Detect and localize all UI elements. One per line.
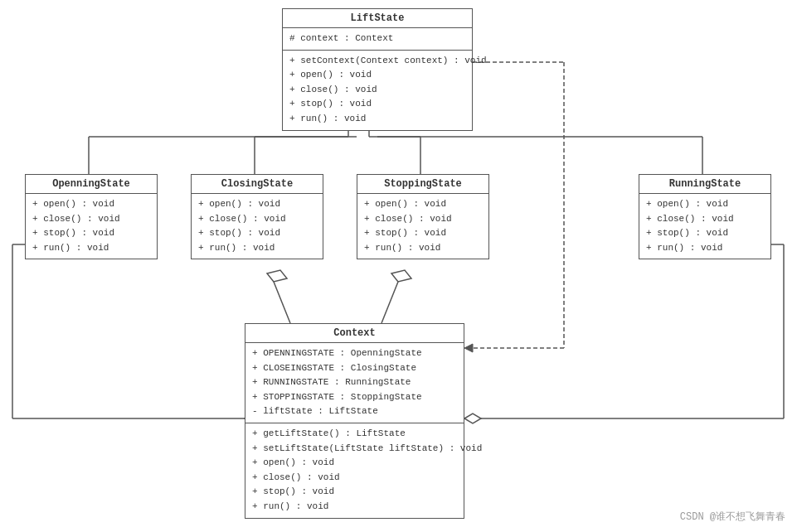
context-field-0: + OPENNINGSTATE : OpenningState (252, 346, 457, 361)
liftstate-method-4: + run() : void (289, 112, 465, 127)
context-field-1: + CLOSEINGSTATE : ClosingState (252, 361, 457, 376)
openningstate-methods: + open() : void + close() : void + stop(… (26, 194, 157, 259)
svg-marker-25 (267, 270, 287, 282)
context-method-4: + stop() : void (252, 485, 457, 500)
context-method-1: + setLiftState(LiftState liftState) : vo… (252, 442, 457, 457)
svg-line-24 (274, 282, 290, 323)
context-field-2: + RUNNINGSTATE : RunningState (252, 375, 457, 390)
openningstate-method-2: + stop() : void (32, 226, 150, 241)
openningstate-method-0: + open() : void (32, 197, 150, 212)
context-method-2: + open() : void (252, 456, 457, 471)
liftstate-method-1: + open() : void (289, 68, 465, 83)
closingstate-method-2: + stop() : void (198, 226, 316, 241)
runningstate-method-3: + run() : void (646, 241, 764, 256)
liftstate-header: LiftState (283, 9, 472, 28)
closingstate-method-3: + run() : void (198, 241, 316, 256)
stoppingstate-class: StoppingState + open() : void + close() … (357, 174, 489, 259)
context-methods: + getLiftState() : LiftState + setLiftSt… (245, 423, 464, 518)
liftstate-method-0: + setContext(Context context) : void (289, 54, 465, 69)
svg-marker-15 (464, 344, 473, 352)
closingstate-header: ClosingState (192, 175, 323, 194)
context-method-0: + getLiftState() : LiftState (252, 427, 457, 442)
watermark: CSDN @谁不想飞舞青春 (680, 510, 785, 524)
closingstate-methods: + open() : void + close() : void + stop(… (192, 194, 323, 259)
context-header: Context (245, 324, 464, 343)
context-field-4: - liftState : LiftState (252, 404, 457, 419)
svg-marker-27 (391, 270, 411, 282)
stoppingstate-method-1: + close() : void (364, 212, 482, 227)
stoppingstate-method-0: + open() : void (364, 197, 482, 212)
closingstate-class: ClosingState + open() : void + close() :… (191, 174, 323, 259)
context-fields: + OPENNINGSTATE : OpenningState + CLOSEI… (245, 343, 464, 423)
stoppingstate-methods: + open() : void + close() : void + stop(… (357, 194, 488, 259)
context-class: Context + OPENNINGSTATE : OpenningState … (245, 323, 464, 519)
liftstate-class: LiftState # context : Context + setConte… (282, 8, 473, 131)
closingstate-method-0: + open() : void (198, 197, 316, 212)
stoppingstate-header: StoppingState (357, 175, 488, 194)
stoppingstate-method-3: + run() : void (364, 241, 482, 256)
liftstate-attributes: # context : Context (283, 28, 472, 51)
liftstate-method-3: + stop() : void (289, 97, 465, 112)
liftstate-methods: + setContext(Context context) : void + o… (283, 51, 472, 130)
openningstate-method-3: + run() : void (32, 241, 150, 256)
liftstate-method-2: + close() : void (289, 83, 465, 98)
svg-marker-23 (464, 414, 481, 423)
runningstate-method-1: + close() : void (646, 212, 764, 227)
svg-line-26 (381, 282, 398, 323)
context-method-5: + run() : void (252, 500, 457, 515)
openningstate-class: OpenningState + open() : void + close() … (25, 174, 158, 259)
openningstate-method-1: + close() : void (32, 212, 150, 227)
runningstate-class: RunningState + open() : void + close() :… (639, 174, 771, 259)
runningstate-method-2: + stop() : void (646, 226, 764, 241)
context-method-3: + close() : void (252, 471, 457, 486)
openningstate-header: OpenningState (26, 175, 157, 194)
liftstate-attr-0: # context : Context (289, 31, 465, 46)
runningstate-header: RunningState (639, 175, 770, 194)
context-field-3: + STOPPINGSTATE : StoppingState (252, 390, 457, 405)
runningstate-method-0: + open() : void (646, 197, 764, 212)
stoppingstate-method-2: + stop() : void (364, 226, 482, 241)
diagram-container: Context --> LiftState # context : Contex… (0, 0, 797, 532)
closingstate-method-1: + close() : void (198, 212, 316, 227)
runningstate-methods: + open() : void + close() : void + stop(… (639, 194, 770, 259)
